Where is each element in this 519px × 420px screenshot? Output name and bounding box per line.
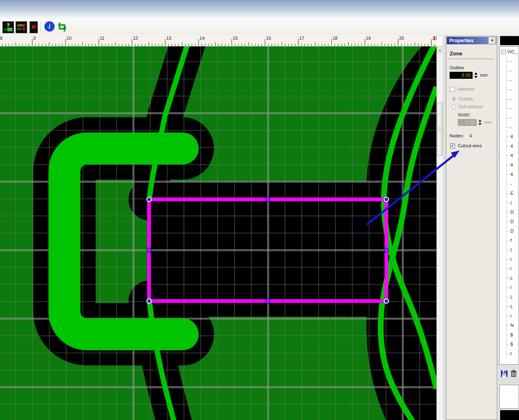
main-toolbar: ? DRC ✖ M i (0, 19, 519, 36)
scroll-thumb[interactable] (437, 103, 443, 156)
ruler-minor-tick (258, 44, 259, 46)
ruler-minor-tick (295, 44, 295, 46)
outline-radio[interactable] (452, 97, 456, 101)
tree-item[interactable]: 4 (500, 151, 519, 160)
drc-check-icon[interactable]: DRC ✖ (16, 21, 27, 33)
tree-item[interactable]: t (500, 349, 519, 358)
outline-radio-label: Outline: (459, 96, 474, 101)
tree-item[interactable]: D (500, 208, 519, 217)
zone-corner-node[interactable] (384, 299, 389, 304)
tree-item[interactable]: E (500, 189, 519, 198)
ruler-minor-tick (268, 44, 269, 46)
ruler-major-tick (298, 39, 299, 46)
tree-item[interactable]: 4 (500, 132, 519, 142)
ruler-minor-tick (238, 44, 239, 46)
tree-root-item[interactable]: − VIC_ (500, 47, 519, 57)
width-input[interactable]: 0.10 (458, 119, 477, 126)
ruler-minor-tick (374, 44, 375, 46)
properties-title-text: Properties (449, 38, 473, 43)
ruler-major-tick (65, 39, 66, 46)
tree-item[interactable]: 4 (500, 142, 519, 151)
tree-item[interactable]: L (500, 302, 519, 311)
ruler-minor-tick (125, 44, 126, 46)
ruler-minor-tick (341, 44, 342, 46)
ruler-minor-tick (292, 44, 292, 46)
ruler-minor-tick (288, 44, 289, 46)
canvas-vscrollbar[interactable]: ▲ (436, 46, 443, 420)
ruler-minor-tick (135, 44, 135, 46)
ruler-minor-tick (381, 42, 382, 46)
ruler-minor-tick (228, 44, 229, 46)
tree-item[interactable]: - (500, 104, 519, 113)
outline-width-input[interactable]: 0.10 (450, 72, 473, 79)
close-icon[interactable]: × (489, 37, 496, 44)
tree-item[interactable]: - (500, 66, 519, 75)
tree-item[interactable]: l (500, 264, 519, 274)
ruler-major-tick (132, 39, 132, 46)
ruler-minor-tick (16, 42, 16, 46)
ruler-minor-tick (361, 44, 362, 46)
tree-item[interactable]: D (500, 217, 519, 226)
ruler-minor-tick (89, 44, 89, 46)
aux-panel (499, 385, 519, 409)
ruler-unit-label: 10 (67, 36, 71, 41)
ruler-minor-tick (42, 44, 42, 46)
ruler-minor-tick (59, 44, 59, 46)
ruler-minor-tick (235, 44, 235, 46)
ruler-major-tick (165, 39, 165, 46)
tree-item[interactable]: l (500, 311, 519, 321)
zone-heading: Zone (450, 50, 462, 57)
tree-item[interactable]: ( (500, 245, 519, 255)
tree-item[interactable]: L (500, 274, 519, 283)
zone-corner-node[interactable] (147, 197, 152, 202)
tree-item[interactable]: - (500, 179, 519, 189)
component-question-icon[interactable]: ? (2, 21, 14, 33)
collapse-icon[interactable]: − (501, 50, 506, 54)
ruler-minor-tick (255, 44, 255, 46)
tree-item[interactable]: l (500, 283, 519, 292)
ruler-minor-tick (19, 44, 19, 46)
properties-panel-titlebar[interactable]: Properties × (447, 37, 496, 44)
delete-trash-icon[interactable] (510, 370, 517, 377)
zone-crop-icon[interactable] (57, 21, 68, 32)
tree-item[interactable]: - (500, 123, 519, 132)
zone-corner-node[interactable] (384, 197, 389, 202)
tree-item[interactable]: - (500, 94, 519, 104)
ruler-minor-tick (108, 44, 109, 46)
pcb-canvas[interactable] (0, 46, 436, 420)
scroll-up-button[interactable]: ▲ (437, 46, 443, 53)
tree-item[interactable]: 4 (500, 160, 519, 170)
properties-panel: Properties × Zone Outline 0.10 mm Hatche… (446, 36, 497, 420)
ruler-minor-tick (52, 44, 53, 46)
ruler-minor-tick (425, 44, 425, 46)
tree-item[interactable]: f (500, 236, 519, 245)
tree-item[interactable]: D (500, 226, 519, 236)
tree-item-label: L (510, 276, 513, 281)
ruler-minor-tick (62, 44, 62, 46)
tree-item[interactable]: ( (500, 198, 519, 208)
self-defined-radio[interactable] (452, 105, 456, 109)
zone-corner-node[interactable] (147, 299, 152, 304)
m-tool-icon[interactable]: M (30, 21, 38, 33)
tree-item[interactable]: N (500, 321, 519, 330)
outline-spinner[interactable] (474, 72, 478, 78)
tree-item[interactable]: - (500, 85, 519, 94)
save-icon[interactable] (501, 370, 508, 377)
ruler-minor-tick (348, 42, 349, 46)
tree-item[interactable]: - (500, 57, 519, 66)
tree-item[interactable]: 4 (500, 170, 519, 179)
ruler-minor-tick (434, 44, 435, 46)
tree-item[interactable]: L (500, 292, 519, 302)
tree-item[interactable]: - (500, 75, 519, 85)
tree-item[interactable]: l (500, 255, 519, 264)
ruler-minor-tick (418, 44, 418, 46)
tree-item[interactable]: - (500, 113, 519, 123)
info-icon[interactable]: i (44, 21, 55, 32)
width-spinner[interactable] (478, 119, 482, 126)
hatched-checkbox[interactable] (450, 87, 455, 92)
tree-item[interactable]: $ (500, 330, 519, 340)
ruler-unit-label: 17 (299, 36, 304, 41)
tree-item[interactable]: $ (500, 340, 519, 349)
ruler-minor-tick (72, 44, 72, 46)
cutout-area-checkbox[interactable]: ✓ (450, 144, 455, 148)
